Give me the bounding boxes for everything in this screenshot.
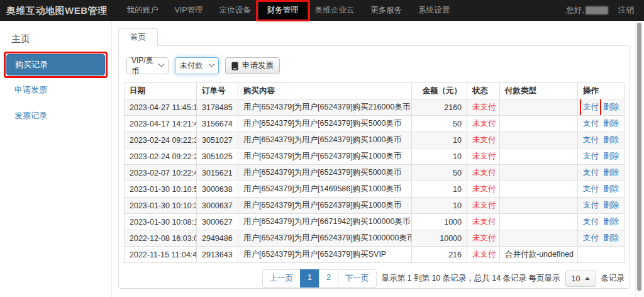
nav-item-finance-label: 财务管理 — [267, 6, 299, 14]
delete-link[interactable]: 删除 — [603, 135, 619, 144]
cell-amount: 10 — [412, 148, 467, 165]
cell-date: 2022-11-15 11:04:48 — [125, 247, 197, 263]
type-filter-select[interactable]: VIP/奥币 — [126, 57, 169, 74]
table-row: 2023-01-30 10:10:38 3000637 用户[6524379]为… — [125, 198, 625, 214]
nav-item-enterprise-cloud[interactable]: 奥维企业云 — [307, 0, 363, 20]
cell-amount: 50 — [412, 116, 467, 132]
table-header-row: 日期 订单号 购买内容 金额（元） 状态 付款类型 操作 — [125, 83, 625, 99]
cell-amount: 10 — [412, 181, 467, 198]
filter-bar: VIP/奥币 未付款 申请发票 — [126, 57, 625, 74]
pay-link-wrap: 支付 — [583, 184, 599, 194]
cell-amount: 50 — [412, 165, 467, 181]
pay-link[interactable]: 支付 — [583, 152, 599, 160]
prev-page-button[interactable]: 上一页 — [262, 269, 301, 288]
delete-link[interactable]: 删除 — [603, 119, 619, 128]
scrollbar-thumb[interactable] — [637, 23, 641, 291]
table-row: 2023-04-17 14:21:41 3156674 用户[6524379]为… — [125, 116, 625, 132]
sidebar-item-request-invoice[interactable]: 申请发票 — [0, 79, 111, 101]
cell-status: 未支付 — [467, 165, 500, 181]
table-row: 2022-11-15 11:04:48 2913643 用户[6524379]为… — [125, 247, 625, 263]
delete-link[interactable]: 删除 — [603, 217, 619, 226]
pay-link[interactable]: 支付 — [583, 201, 599, 210]
sidebar-item-purchase-records[interactable]: 购买记录 — [6, 54, 105, 76]
pay-link[interactable]: 支付 — [583, 103, 599, 111]
cell-date: 2023-04-27 11:45:11 — [125, 99, 197, 116]
nav-item-system-settings[interactable]: 系统设置 — [410, 0, 458, 20]
pay-link-wrap: 支付 — [583, 233, 599, 244]
cell-actions: 支付删除 — [578, 214, 625, 230]
logout-link[interactable]: 注销 — [618, 5, 634, 16]
cell-date: 2023-01-30 10:08:12 — [125, 214, 197, 230]
next-page-button[interactable]: 下一页 — [338, 269, 377, 288]
page-button-1[interactable]: 1 — [300, 269, 319, 288]
cell-purchase-content: 用户[6524379]为用户[6671942]购买100000奥币 — [238, 214, 412, 230]
app-brand[interactable]: 奥维互动地图WEB管理 — [0, 0, 115, 20]
delete-link[interactable]: 删除 — [603, 201, 619, 210]
cell-order-number: 3156674 — [197, 116, 238, 132]
nav-item-my-account[interactable]: 我的账户 — [119, 0, 167, 20]
tab-home[interactable]: 首页 — [118, 28, 158, 46]
cell-order-number: 3051025 — [197, 148, 238, 165]
nav-item-more-services[interactable]: 更多服务 — [362, 0, 410, 20]
cell-status: 未支付 — [467, 132, 500, 148]
cell-date: 2023-02-24 09:22:39 — [125, 132, 197, 148]
type-filter-value: VIP/奥币 — [131, 55, 159, 77]
cell-amount: 10000 — [412, 230, 467, 247]
cell-actions: 支付删除 — [578, 198, 625, 214]
cell-amount: 10 — [412, 198, 467, 214]
caret-up-icon — [585, 277, 590, 280]
cell-pay-type — [500, 230, 578, 247]
sidebar: 主页 购买记录 申请发票 发票记录 — [0, 21, 112, 297]
status-filter-value: 未付款 — [180, 60, 203, 71]
cell-status: 未支付 — [467, 198, 500, 214]
col-header-date: 日期 — [125, 83, 197, 99]
table-row: 2022-12-08 16:03:06 2949486 用户[6524379]为… — [125, 230, 625, 247]
cell-status: 未支付 — [467, 148, 500, 165]
pagination-bar: 上一页 1 2 下一页 显示第 1 到第 10 条记录，总共 14 条记录 每页… — [124, 269, 625, 288]
table-row: 2023-01-30 10:10:58 3000638 用户[6524379]为… — [125, 181, 625, 198]
nav-item-finance[interactable]: 财务管理 — [259, 0, 307, 20]
delete-link[interactable]: 删除 — [603, 168, 619, 177]
cell-date: 2023-04-17 14:21:41 — [125, 116, 197, 132]
nav-item-vip[interactable]: VIP管理 — [167, 0, 211, 20]
pay-link[interactable]: 支付 — [583, 184, 599, 193]
cell-order-number: 3015621 — [197, 165, 238, 181]
page-size-value: 10 — [572, 274, 580, 283]
main-panel: VIP/奥币 未付款 申请发票 日期 订单号 购买内容 金额（元） — [118, 45, 630, 289]
invoice-icon — [231, 62, 238, 70]
cell-pay-type — [500, 99, 578, 116]
cell-pay-type — [500, 148, 578, 165]
pay-link[interactable]: 支付 — [583, 217, 599, 226]
pay-link[interactable]: 支付 — [583, 119, 599, 128]
cell-pay-type — [500, 181, 578, 198]
cell-date: 2022-12-08 16:03:06 — [125, 230, 197, 247]
cell-date: 2023-02-24 09:22:26 — [125, 148, 197, 165]
cell-date: 2023-02-07 10:22:42 — [125, 165, 197, 181]
nav-menu: 我的账户 VIP管理 定位设备 财务管理 奥维企业云 更多服务 系统设置 — [119, 0, 458, 20]
table-row: 2023-02-07 10:22:42 3015621 用户[6524379]为… — [125, 165, 625, 181]
delete-link[interactable]: 删除 — [603, 152, 619, 160]
pay-link-wrap: 支付 — [583, 102, 599, 113]
delete-link[interactable]: 删除 — [603, 233, 619, 242]
delete-link[interactable]: 删除 — [603, 184, 619, 193]
delete-link[interactable]: 删除 — [603, 103, 619, 111]
table-row: 2023-02-24 09:22:26 3051025 用户[6524379]为… — [125, 148, 625, 165]
pay-link-wrap: 支付 — [583, 200, 599, 211]
pay-link[interactable]: 支付 — [583, 233, 599, 242]
table-body: 2023-04-27 11:45:11 3178485 用户[6524379]为… — [125, 99, 625, 263]
request-invoice-button[interactable]: 申请发票 — [225, 57, 280, 74]
sidebar-title: 主页 — [11, 33, 111, 45]
sidebar-item-invoice-records[interactable]: 发票记录 — [0, 104, 111, 127]
pagination-info: 显示第 1 到第 10 条记录，总共 14 条记录 每页显示 — [382, 273, 560, 284]
chevron-down-icon — [209, 61, 215, 67]
pay-link[interactable]: 支付 — [583, 135, 599, 144]
nav-item-devices[interactable]: 定位设备 — [211, 0, 259, 20]
pay-link[interactable]: 支付 — [583, 168, 599, 177]
sidebar-item-purchase-records-label: 购买记录 — [15, 60, 48, 69]
status-filter-select[interactable]: 未付款 — [175, 57, 219, 74]
cell-purchase-content: 用户[6524379]为用户[1469586]购买1000奥币 — [238, 181, 412, 198]
purchase-records-table: 日期 订单号 购买内容 金额（元） 状态 付款类型 操作 2023-04-27 … — [124, 82, 625, 263]
user-greeting[interactable]: 您好, — [567, 5, 608, 16]
page-size-dropdown[interactable]: 10 — [565, 271, 596, 287]
page-button-2[interactable]: 2 — [319, 269, 338, 288]
